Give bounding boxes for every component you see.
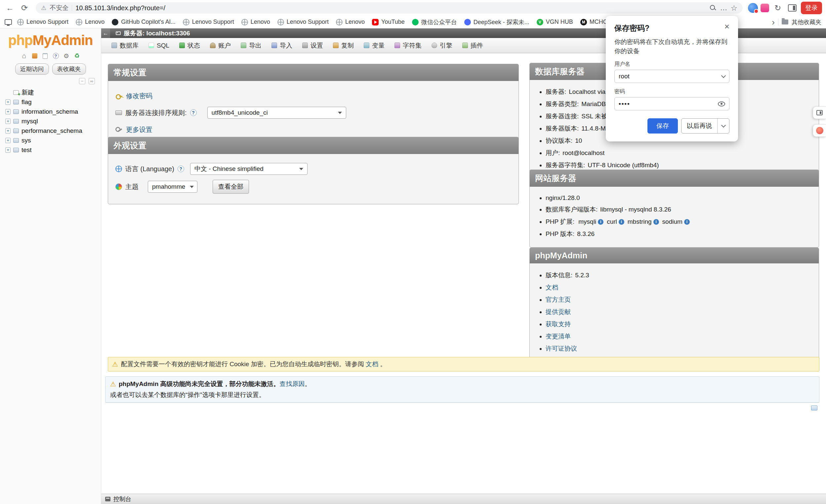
nav-tree-item[interactable]: flag (5, 97, 101, 107)
bookmark-item[interactable]: Lenovo Support (278, 18, 329, 25)
url-text[interactable]: 10.85.101.3/index.php?route=/ (75, 4, 165, 12)
table-favorites-button[interactable]: 表收藏夹 (52, 63, 86, 75)
later-button[interactable]: 以后再说 (682, 119, 717, 133)
device-icon[interactable] (5, 19, 12, 25)
language-select[interactable]: 中文 - Chinese simplified (190, 163, 307, 175)
search-icon[interactable] (709, 4, 717, 12)
bookmark-item[interactable]: Lenovo Support (17, 18, 68, 25)
menu-tab[interactable]: 字符集 (390, 38, 426, 53)
info-icon[interactable] (684, 219, 690, 225)
logout-icon[interactable] (32, 53, 37, 59)
bookmark-favicon (241, 19, 248, 25)
bookmark-item[interactable]: Lenovo Support (183, 18, 234, 25)
menu-tab[interactable]: 插件 (458, 38, 487, 53)
settings-gear-icon[interactable] (63, 52, 70, 60)
bookmark-item[interactable]: YouTube (372, 18, 405, 25)
theme-select[interactable]: pmahomme (148, 181, 197, 193)
edge-sidebar-button[interactable] (813, 107, 826, 119)
nav-tree-item[interactable]: test (5, 145, 101, 155)
about-link[interactable]: 获取支持 (546, 321, 571, 327)
edge-app-button[interactable] (813, 124, 826, 137)
bookmark-item[interactable]: GitHub Copilot's Al... (112, 18, 176, 25)
server-label[interactable]: 服务器: localhost:3306 (124, 29, 190, 38)
info-icon[interactable] (653, 219, 659, 225)
reload-icon[interactable]: ⟳ (18, 2, 31, 14)
save-button[interactable]: 保存 (647, 118, 678, 133)
later-dropdown-button[interactable] (717, 119, 729, 133)
bookmarks-overflow-chevron[interactable]: › (772, 18, 775, 26)
restore-panel-icon[interactable] (811, 405, 817, 411)
pink-app-icon[interactable] (761, 4, 769, 12)
nav-tree-item[interactable]: information_schema (5, 107, 101, 116)
address-bar[interactable]: ⚠ 不安全 10.85.101.3/index.php?route=/ … ☆ (36, 2, 743, 13)
docs-icon[interactable] (43, 53, 48, 59)
profile-avatar[interactable] (748, 3, 758, 13)
other-favorites-button[interactable]: 其他收藏夹 (791, 18, 821, 26)
nav-tree-item[interactable]: performance_schema (5, 126, 101, 135)
menu-tab[interactable]: 复制 (329, 38, 358, 53)
help-icon[interactable] (178, 166, 184, 172)
bookmark-star-icon[interactable]: ☆ (730, 4, 738, 12)
menu-tab-icon (333, 43, 339, 48)
menu-tab[interactable]: 导出 (236, 38, 266, 53)
help-icon[interactable] (53, 53, 59, 59)
other-favorites-folder-icon (782, 19, 788, 24)
docs-link[interactable]: 文档 (366, 361, 378, 368)
sync-icon[interactable]: ↻ (772, 2, 784, 14)
back-icon[interactable]: ← (4, 2, 16, 14)
menu-tab[interactable]: 账户 (206, 38, 235, 53)
menu-tab[interactable]: 导入 (267, 38, 297, 53)
link-panel-icon[interactable]: ∞ (88, 78, 95, 84)
password-field[interactable]: •••• (614, 97, 729, 110)
more-settings-link[interactable]: 更多设置 (126, 125, 153, 134)
menu-tab[interactable]: 设置 (298, 38, 328, 53)
console-bar[interactable]: 控制台 (101, 494, 826, 504)
about-link[interactable]: 提供贡献 (546, 308, 571, 315)
server-info-item: 数据库客户端版本:libmysql - mysqlnd 8.3.26 (546, 205, 814, 214)
username-select[interactable]: root (614, 70, 729, 83)
more-options-icon[interactable]: … (720, 7, 727, 10)
nav-tree-item[interactable]: mysql (5, 116, 101, 126)
about-link[interactable]: 变更清单 (546, 333, 571, 340)
find-out-why-link[interactable]: 查找原因 (280, 380, 305, 387)
nav-collapse-arrow[interactable]: ← (101, 28, 110, 38)
bookmark-item[interactable]: 微信公众平台 (412, 18, 457, 26)
close-icon[interactable]: × (724, 23, 729, 30)
expand-icon[interactable] (5, 109, 11, 114)
pma-logo[interactable]: phpMyAdmin (0, 28, 101, 48)
change-password-link[interactable]: 修改密码 (126, 91, 153, 101)
bookmark-item[interactable]: Lenovo (241, 18, 270, 25)
expand-icon[interactable] (5, 138, 11, 143)
expand-icon[interactable] (5, 147, 11, 153)
about-link[interactable]: 文档 (546, 284, 558, 291)
bookmark-item[interactable]: Lenovo (336, 18, 365, 25)
bookmark-item[interactable]: VGN HUB (537, 18, 573, 25)
nav-tree-item[interactable]: 新建 (5, 87, 101, 97)
recents-button[interactable]: 近期访问 (15, 63, 49, 75)
refresh-icon[interactable] (73, 52, 81, 60)
menu-tab[interactable]: 变量 (359, 38, 389, 53)
bookmark-item[interactable]: DeepSeek - 探索未... (464, 18, 529, 26)
bookmark-item[interactable]: Lenovo (76, 18, 105, 25)
split-screen-icon[interactable] (786, 2, 798, 14)
info-icon[interactable] (619, 219, 624, 225)
view-all-themes-button[interactable]: 查看全部 (213, 180, 249, 194)
help-icon[interactable] (190, 109, 197, 116)
show-password-eye-icon[interactable] (718, 102, 725, 107)
menu-tab[interactable]: SQL (144, 39, 174, 52)
expand-icon[interactable] (5, 119, 11, 124)
about-links: 文档 官方主页 提供贡献 获取支持 变更清单 许可证协议 (546, 283, 814, 353)
about-link[interactable]: 官方主页 (546, 296, 571, 303)
login-button[interactable]: 登录 (801, 2, 822, 14)
nav-tree-item[interactable]: sys (5, 135, 101, 145)
collation-select[interactable]: utf8mb4_unicode_ci (207, 107, 346, 119)
menu-tab[interactable]: 状态 (175, 38, 204, 53)
expand-icon[interactable] (5, 128, 11, 133)
collapse-all-icon[interactable]: − (79, 78, 85, 84)
about-link[interactable]: 许可证协议 (546, 345, 577, 352)
menu-tab[interactable]: 数据库 (107, 38, 143, 53)
info-icon[interactable] (598, 219, 603, 225)
home-icon[interactable] (20, 52, 28, 60)
expand-icon[interactable] (5, 100, 11, 105)
menu-tab[interactable]: 引擎 (427, 38, 457, 53)
